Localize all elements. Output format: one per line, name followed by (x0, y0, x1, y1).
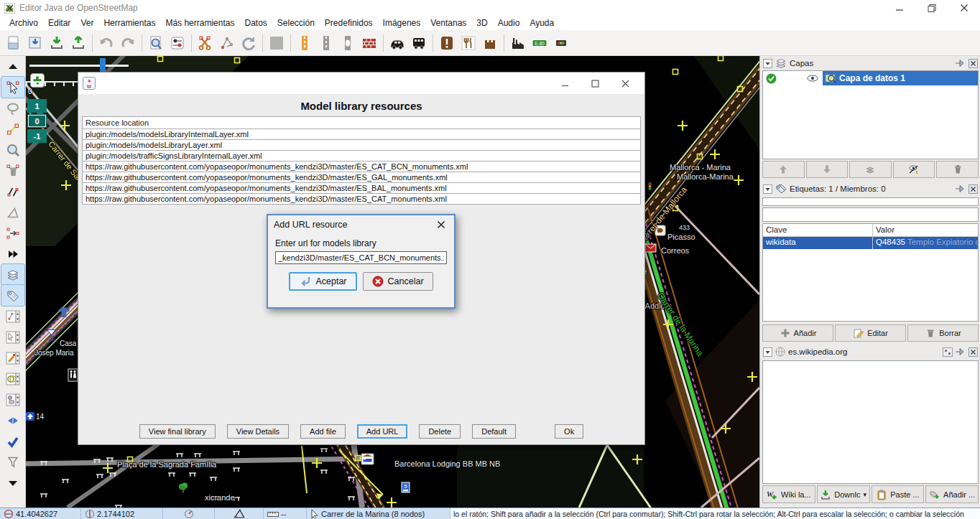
move-layer-up-button[interactable] (762, 161, 805, 178)
panel-menu-icon[interactable] (763, 59, 772, 68)
view-details-button[interactable]: View Details (227, 424, 289, 439)
draw-tool-icon[interactable] (1, 118, 24, 139)
layer-row[interactable]: Capa de datos 1 (763, 71, 978, 85)
zoom-slider[interactable] (29, 65, 129, 67)
resource-row[interactable]: https://raw.githubusercontent.com/yopase… (82, 172, 641, 183)
default-button[interactable]: Default (472, 424, 516, 439)
menu-herramientas[interactable]: Herramientas (98, 17, 160, 29)
network-nodes-icon[interactable] (216, 32, 238, 54)
resource-row[interactable]: https://raw.githubusercontent.com/yopase… (82, 182, 641, 194)
move-layer-down-button[interactable] (806, 161, 849, 178)
bus-icon[interactable] (408, 32, 430, 54)
parallel-tool-icon[interactable] (1, 181, 24, 202)
scroll-down-icon[interactable] (1, 472, 24, 493)
conflict-panel-icon[interactable] (1, 410, 24, 431)
search-presets-icon[interactable] (145, 32, 167, 54)
poi-warning-icon[interactable] (436, 32, 458, 54)
blank-imagery-icon[interactable] (266, 32, 287, 54)
add-url-titlebar[interactable]: Add URL resource (268, 215, 454, 234)
panel-menu-icon[interactable] (763, 347, 772, 357)
wall-icon[interactable] (359, 32, 380, 54)
resource-row[interactable]: https://raw.githubusercontent.com/yopase… (82, 193, 641, 205)
undo-icon[interactable] (96, 32, 117, 54)
borrar-tag-button[interactable]: Borrar (907, 324, 979, 342)
road-crossing-icon[interactable] (337, 32, 359, 54)
dialog-minimize-button[interactable] (550, 73, 580, 93)
tag-row[interactable]: wikidata Q48435 Templo Expiatorio de (763, 237, 978, 249)
layers-list[interactable]: Capa de datos 1 (762, 70, 979, 159)
zoom-tool-icon[interactable] (1, 139, 24, 160)
cancel-button[interactable]: Cancelar (363, 272, 433, 291)
resource-row[interactable]: plugin:/models/modelsLibraryInternalLaye… (82, 128, 641, 140)
level-button-1[interactable]: 1 (27, 99, 47, 113)
lasso-tool-icon[interactable] (1, 98, 24, 118)
resource-row[interactable]: plugin:/models/trafficSignsLibraryIntern… (82, 150, 641, 162)
añadir-tag-button[interactable]: Añadir (762, 324, 833, 342)
car-icon[interactable] (387, 32, 408, 54)
layers-panel-toggle-icon[interactable] (1, 264, 24, 285)
poi-restaurant-icon[interactable] (458, 32, 479, 54)
follow-line-tool-icon[interactable] (1, 243, 24, 264)
merge-tool-icon[interactable] (1, 223, 24, 243)
tags-table[interactable]: Clave Valor wikidata Q48435 Templo Expia… (762, 223, 979, 322)
shapes-panel-icon[interactable] (1, 389, 24, 410)
redo-icon[interactable] (117, 32, 139, 54)
menu-archivo[interactable]: Archivo (4, 17, 43, 29)
menu-im-genes[interactable]: Imágenes (378, 17, 426, 29)
url-input[interactable] (275, 251, 447, 264)
tags-panel-toggle-icon[interactable] (1, 285, 24, 306)
download-data-icon[interactable] (46, 32, 68, 54)
menu-editar[interactable]: Editar (43, 17, 75, 29)
wiki-article-list[interactable] (762, 360, 979, 484)
minimize-button[interactable] (883, 0, 915, 16)
dialog-close-button[interactable] (610, 73, 640, 93)
new-file-icon[interactable] (3, 32, 24, 54)
zoom-slider-handle[interactable] (100, 58, 106, 73)
menu-ayuda[interactable]: Ayuda (524, 17, 559, 29)
relation-panel-icon[interactable] (1, 306, 24, 327)
dialog-maximize-button[interactable] (580, 73, 610, 93)
menu-ver[interactable]: Ver (75, 17, 98, 29)
downlc-wiki-button[interactable]: Downlc▾ (817, 485, 870, 503)
refresh-icon[interactable] (238, 32, 259, 54)
resource-row[interactable]: https://raw.githubusercontent.com/yopase… (82, 161, 641, 172)
road-motorway-icon[interactable] (294, 32, 315, 54)
styles-panel-icon[interactable] (1, 347, 24, 368)
wiki-settings-icon[interactable] (943, 347, 953, 357)
split-way-icon[interactable] (195, 32, 216, 54)
poi-castle-icon[interactable] (479, 32, 501, 54)
resource-row[interactable]: plugin:/models/modelsLibraryLayer.xml (82, 139, 641, 151)
layer-name-cell[interactable]: Capa de datos 1 (823, 71, 978, 85)
level-button--1[interactable]: -1 (27, 129, 47, 143)
upload-data-icon[interactable] (68, 32, 89, 54)
menu-datos[interactable]: Datos (239, 17, 272, 29)
delete-layer-button[interactable] (936, 161, 979, 178)
maximize-button[interactable] (915, 0, 948, 16)
panel-close-icon[interactable] (969, 347, 978, 357)
menu-ventanas[interactable]: Ventanas (425, 17, 471, 29)
paste--wiki-button[interactable]: Paste ... (872, 485, 925, 503)
sticky-pin-icon[interactable] (956, 184, 966, 193)
panel-menu-icon[interactable] (763, 184, 772, 194)
preferences-icon[interactable] (167, 32, 188, 54)
añadir--wiki-button[interactable]: Añadir ... (925, 485, 979, 503)
delete-button[interactable]: Delete (419, 424, 461, 439)
history-panel-icon[interactable] (1, 368, 24, 389)
road-residential-icon[interactable] (315, 32, 337, 54)
angle-tool-icon[interactable] (1, 202, 24, 223)
traffic-signal-mini-icon[interactable] (550, 32, 572, 54)
menu-m-s-herramientas[interactable]: Más herramientas (160, 17, 239, 29)
menu-selecci-n[interactable]: Selección (272, 17, 320, 29)
ok-button[interactable]: Ok (555, 424, 583, 439)
filter-panel-icon[interactable] (1, 452, 24, 472)
add-url-close-icon[interactable] (434, 218, 448, 232)
menu-audio[interactable]: Audio (493, 17, 525, 29)
wiki-la--wiki-button[interactable]: WWiki la... (762, 485, 815, 503)
toggle-visibility-button[interactable] (893, 161, 935, 178)
add-url-button[interactable]: Add URL (357, 424, 408, 439)
scroll-up-icon[interactable] (1, 56, 24, 77)
save-file-icon[interactable] (24, 32, 46, 54)
select-tool-icon[interactable] (1, 77, 24, 98)
editar-tag-button[interactable]: Editar (835, 324, 906, 342)
view-final-library-button[interactable]: View final library (139, 424, 216, 439)
